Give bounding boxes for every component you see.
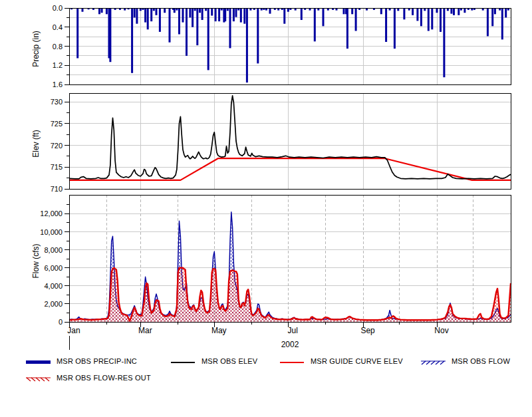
svg-text:1.6: 1.6 [53,80,63,88]
svg-text:8,000: 8,000 [44,246,63,254]
svg-text:0: 0 [59,318,63,326]
legend-label: MSR GUIDE CURVE ELEV [311,357,403,365]
precip-panel: 0.00.40.81.21.6Precip (in) [31,4,511,88]
svg-text:720: 720 [51,142,63,150]
hatch-fwd-swatch-glyph [420,358,447,366]
svg-text:12,000: 12,000 [40,209,63,217]
elev-panel: 710715720725730Elev (ft) [31,93,511,193]
legend-item-obs-elev: MSR OBS ELEV [170,356,257,366]
svg-text:2,000: 2,000 [44,300,63,308]
precip-swatch-icon [25,357,52,365]
svg-text:710: 710 [51,185,63,193]
svg-text:715: 715 [51,163,63,171]
x-axis: JanMarMayJulSepNov2002 [67,322,473,350]
svg-text:Jul: Jul [288,326,298,335]
legend-label: MSR OBS ELEV [201,357,257,365]
thick-bar-swatch-glyph [25,358,52,366]
guide-curve-swatch-icon [279,357,306,365]
legend-item-obs-flow: MSR OBS FLOW [420,356,510,366]
svg-text:Sep: Sep [360,326,375,335]
svg-text:10,000: 10,000 [40,228,63,236]
svg-text:6,000: 6,000 [44,264,63,272]
legend-label: MSR OBS FLOW-RES OUT [57,374,151,382]
svg-text:Jan: Jan [67,326,80,335]
svg-text:0.8: 0.8 [53,43,63,51]
line-swatch-glyph [279,358,306,366]
legend-label: MSR OBS PRECIP-INC [57,357,137,365]
legend-item-precip-inc: MSR OBS PRECIP-INC [25,356,137,366]
svg-text:1.2: 1.2 [53,61,63,69]
svg-text:730: 730 [51,98,63,106]
year-label: 2002 [281,340,299,349]
svg-text:May: May [211,326,227,335]
plot-window: 0.00.40.81.21.6Precip (in)71071572072573… [0,0,532,417]
svg-text:725: 725 [51,120,63,128]
flow-hatch-swatch-icon [420,357,447,365]
elev-line-swatch-icon [170,357,197,365]
svg-text:Nov: Nov [434,326,448,335]
svg-text:Precip (in): Precip (in) [31,31,41,67]
line-swatch-glyph [170,358,197,366]
svg-text:4,000: 4,000 [44,282,63,290]
svg-text:Elev (ft): Elev (ft) [31,130,41,157]
hatch-back-swatch-glyph [25,375,52,383]
legend-item-flow-res-out: MSR OBS FLOW-RES OUT [25,373,151,382]
chart-canvas[interactable]: 0.00.40.81.21.6Precip (in)71071572072573… [0,0,532,352]
flow-res-out-swatch-icon [25,374,52,382]
svg-text:0.4: 0.4 [53,23,63,31]
flow-panel: 02,0004,0006,0008,00010,00012,000Flow (c… [31,195,511,326]
svg-text:Mar: Mar [138,326,152,335]
svg-text:0.0: 0.0 [53,4,63,12]
legend-label: MSR OBS FLOW [452,357,510,365]
svg-text:Flow (cfs): Flow (cfs) [31,244,41,279]
legend-item-guide-curve: MSR GUIDE CURVE ELEV [279,356,403,366]
